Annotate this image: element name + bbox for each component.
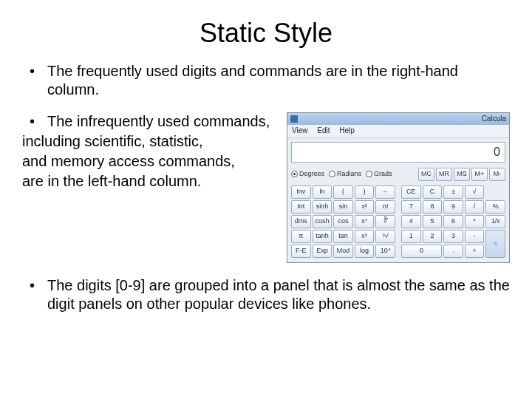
calc-app-icon <box>290 115 298 123</box>
bullet-2-line2: including scientific, statistic, <box>22 132 276 151</box>
calc-btn-ln[interactable]: ln <box>313 185 332 199</box>
calc-btn-int[interactable]: Int <box>291 200 311 214</box>
mode-radians[interactable]: Radians <box>329 170 361 178</box>
calc-btn-5[interactable]: 5 <box>423 215 443 228</box>
calc-btn-exp[interactable]: Exp <box>313 245 332 258</box>
bullet-2-line4: are in the left-hand column. <box>22 172 276 191</box>
calc-btn-[interactable]: / <box>465 200 485 214</box>
calc-btn-sin[interactable]: sin <box>333 200 353 214</box>
calc-btn-1[interactable]: 1 <box>401 230 421 243</box>
calc-btn-[interactable]: π <box>291 230 311 243</box>
calc-btn-[interactable]: √ <box>465 185 485 199</box>
calc-btn-8[interactable]: 8 <box>423 200 443 214</box>
calc-btn-[interactable]: + <box>465 245 485 258</box>
btn-mplus[interactable]: M+ <box>471 168 488 181</box>
calc-btn-10[interactable]: 10ˣ <box>375 245 395 258</box>
calc-btn-9[interactable]: 9 <box>443 200 463 214</box>
calc-btn-1x[interactable]: 1/x <box>485 215 505 228</box>
calc-btn-6[interactable]: 6 <box>443 215 463 228</box>
calc-btn-[interactable]: ← <box>375 185 395 199</box>
calc-mem-buttons: MC MR MS M+ M- <box>418 168 505 181</box>
btn-mr[interactable]: MR <box>436 168 452 181</box>
calc-btn-cosh[interactable]: cosh <box>313 215 332 228</box>
bullet-2-block: The infrequently used commands, includin… <box>22 112 276 191</box>
bullet-1: The frequently used digits and commands … <box>22 62 510 99</box>
calc-btn-dms[interactable]: dms <box>291 215 311 228</box>
calc-btn-[interactable]: ( <box>333 185 353 199</box>
calc-titlebar: Calcula <box>287 113 509 125</box>
calc-btn-log[interactable]: log <box>355 245 375 258</box>
mid-row: The infrequently used commands, includin… <box>22 112 510 263</box>
calc-btn-ce[interactable]: CE <box>401 185 421 199</box>
calc-title: Calcula <box>482 115 506 124</box>
calc-btn-x[interactable]: x² <box>355 200 375 214</box>
menu-help[interactable]: Help <box>339 126 355 134</box>
calc-btn-4[interactable]: 4 <box>401 215 421 228</box>
calc-btn-x[interactable]: xʸ <box>355 215 375 228</box>
bullet-2-line3: and memory access commands, <box>22 152 276 171</box>
calc-btn-[interactable]: = <box>485 230 505 258</box>
calc-btn-sinh[interactable]: sinh <box>313 200 332 214</box>
calc-menubar: View Edit Help <box>287 125 509 138</box>
calc-btn-mod[interactable]: Mod <box>333 245 353 258</box>
calc-btn-n[interactable]: n! <box>375 200 395 214</box>
calc-btn-2[interactable]: 2 <box>423 230 443 243</box>
calc-btn-fe[interactable]: F-E <box>291 245 311 258</box>
calc-btn-[interactable]: - <box>465 230 485 243</box>
calc-btn-x[interactable]: x³ <box>355 230 375 243</box>
btn-mc[interactable]: MC <box>418 168 434 181</box>
menu-edit[interactable]: Edit <box>317 126 330 134</box>
mode-degrees[interactable]: Degrees <box>291 170 324 178</box>
calc-btn-[interactable]: ) <box>355 185 375 199</box>
calc-button-grid: Invln()←CEC±√Intsinhsinx²n!789/%dmscoshc… <box>287 183 509 262</box>
bullet-3: The digits [0-9] are grouped into a pane… <box>22 276 510 313</box>
calc-btn-0[interactable]: 0 <box>401 245 442 258</box>
calc-btn-[interactable]: * <box>465 215 485 228</box>
calc-mode-row: Degrees Radians Grads MC MR MS M+ M- <box>287 166 509 183</box>
slide-title: Static Style <box>22 18 510 49</box>
calc-display: 0 <box>291 142 505 163</box>
calc-btn-inv[interactable]: Inv <box>291 185 311 199</box>
calc-btn-[interactable]: ∛ <box>375 215 395 228</box>
bullet-2-line1: The infrequently used commands, <box>22 112 276 131</box>
slide: Static Style The frequently used digits … <box>0 0 532 399</box>
btn-ms[interactable]: MS <box>454 168 470 181</box>
calc-btn-cos[interactable]: cos <box>333 215 353 228</box>
slide-body: The frequently used digits and commands … <box>22 62 510 313</box>
calculator-screenshot: Calcula View Edit Help 0 Degrees Radians… <box>287 112 510 263</box>
calc-btn-tanh[interactable]: tanh <box>313 230 332 243</box>
btn-mminus[interactable]: M- <box>489 168 505 181</box>
calc-btn-3[interactable]: 3 <box>443 230 463 243</box>
calc-btn-[interactable]: ³√ <box>375 230 395 243</box>
calc-btn-[interactable]: . <box>443 245 463 258</box>
menu-view[interactable]: View <box>292 126 308 134</box>
calc-btn-c[interactable]: C <box>423 185 443 199</box>
calc-btn-7[interactable]: 7 <box>401 200 421 214</box>
calc-btn-[interactable]: % <box>485 200 505 214</box>
bullet-list: The frequently used digits and commands … <box>22 62 510 99</box>
calc-btn-tan[interactable]: tan <box>333 230 353 243</box>
calc-btn-[interactable]: ± <box>443 185 463 199</box>
bullet-list-2: The digits [0-9] are grouped into a pane… <box>22 276 510 313</box>
mode-grads[interactable]: Grads <box>366 170 392 178</box>
